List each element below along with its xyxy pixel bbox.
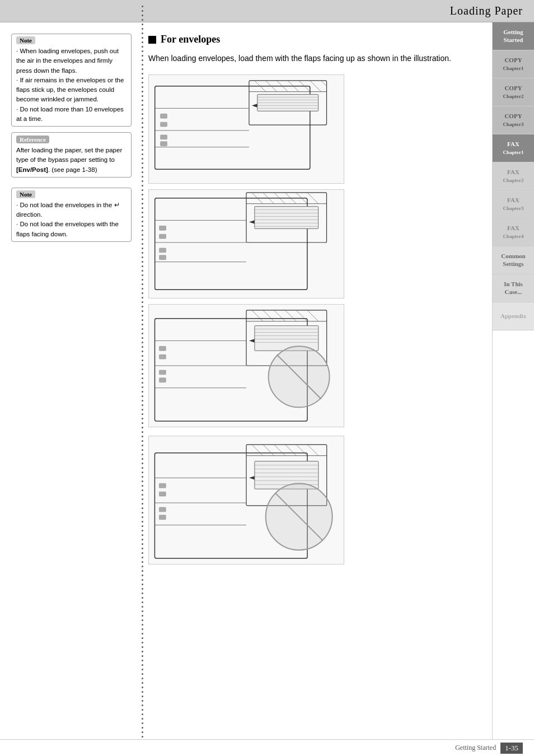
illustration-2-svg: [149, 190, 344, 298]
note-label-1: Note: [16, 36, 35, 44]
svg-line-57: [296, 310, 307, 321]
svg-line-81: [274, 445, 285, 456]
svg-line-80: [263, 445, 274, 456]
svg-line-58: [307, 310, 318, 321]
sidebar-tab-copy-ch2[interactable]: COPYChapter2: [493, 78, 534, 106]
reference-bold: [Env/Post]: [16, 166, 48, 173]
svg-line-79: [252, 445, 263, 456]
svg-line-82: [285, 445, 296, 456]
sidebar-tab-in-this-case[interactable]: In ThisCase...: [493, 274, 534, 302]
sidebar-tab-fax-ch4-label: FAXChapter4: [503, 225, 523, 239]
svg-rect-42: [160, 255, 166, 260]
svg-line-54: [263, 310, 274, 321]
note-label-2: Note: [16, 190, 35, 198]
sidebar-tab-fax-ch3-label: FAXChapter3: [503, 197, 523, 211]
note-text-2: · Do not load the envelopes in the ↵ dir…: [16, 200, 127, 239]
sidebar-tab-getting-started[interactable]: GettingStarted: [493, 22, 534, 50]
sidebar-tab-fax-ch1[interactable]: FAXChapter1: [493, 134, 534, 162]
svg-line-83: [296, 445, 307, 456]
svg-line-84: [307, 445, 318, 456]
note-item-1-1: · When loading envelopes, push out the a…: [16, 46, 127, 76]
reference-text: After loading the paper, set the paper t…: [16, 146, 127, 175]
note-text-1: · When loading envelopes, push out the a…: [16, 46, 127, 124]
reference-box: Reference After loading the paper, set t…: [11, 132, 132, 178]
illustration-4-svg: [149, 436, 344, 564]
svg-line-33: [307, 193, 318, 204]
svg-line-9: [321, 81, 327, 86]
reference-label: Reference: [16, 136, 49, 143]
illustrations: [148, 74, 484, 564]
sidebar-tab-fax-ch2[interactable]: FAXChapter2: [493, 162, 534, 190]
illustration-1-svg: [149, 75, 344, 183]
svg-rect-15: [161, 114, 167, 118]
main-layout: Note · When loading envelopes, push out …: [0, 22, 534, 745]
section-body: When loading envelopes, load them with t…: [148, 52, 484, 66]
sidebar-tab-appendix[interactable]: Appendix: [493, 302, 534, 330]
illustration-4: [148, 436, 344, 564]
svg-rect-93: [159, 515, 166, 520]
svg-line-53: [252, 310, 263, 321]
sidebar-tab-common-settings-label: CommonSettings: [501, 253, 525, 267]
svg-rect-68: [255, 325, 318, 351]
sidebar-tab-copy-ch3-label: COPYChapter3: [503, 113, 523, 127]
svg-line-56: [285, 310, 296, 321]
sidebar-tab-copy-ch1-label: COPYChapter1: [503, 57, 523, 71]
dot-divider: [139, 0, 146, 756]
sidebar-tab-copy-ch3[interactable]: COPYChapter3: [493, 106, 534, 134]
sidebar-tab-fax-ch2-label: FAXChapter2: [503, 169, 523, 183]
note-item-1-3: · Do not load more than 10 envelopes at …: [16, 105, 127, 124]
section-heading: For envelopes: [148, 34, 484, 45]
svg-rect-66: [159, 370, 166, 375]
svg-rect-41: [160, 248, 166, 253]
sidebar-tab-fax-ch1-label: FAXChapter1: [503, 141, 523, 155]
svg-rect-64: [159, 346, 166, 351]
illustration-3: [148, 304, 344, 427]
note-box-2: Note · Do not load the envelopes in the …: [11, 188, 132, 242]
svg-rect-16: [161, 122, 167, 127]
svg-rect-40: [160, 234, 166, 239]
right-sidebar: GettingStarted COPYChapter1 COPYChapter2…: [492, 22, 534, 745]
illustration-1: [148, 74, 344, 184]
svg-line-8: [310, 81, 321, 92]
svg-rect-17: [161, 135, 167, 139]
note-box-1: Note · When loading envelopes, push out …: [11, 34, 132, 127]
note-item-2-1: · Do not load the envelopes in the ↵ dir…: [16, 200, 127, 220]
heading-square-icon: [148, 36, 156, 44]
svg-rect-90: [159, 483, 166, 488]
page-footer: Getting Started 1-35: [0, 739, 534, 756]
sidebar-tab-common-settings[interactable]: CommonSettings: [493, 246, 534, 274]
page-title: Loading Paper: [450, 4, 523, 17]
svg-rect-18: [161, 142, 167, 146]
section-title: For envelopes: [161, 34, 220, 45]
illustration-2: [148, 189, 344, 298]
footer-page-num: 1-35: [500, 743, 523, 754]
left-content: Note · When loading envelopes, push out …: [0, 22, 140, 745]
sidebar-tab-in-this-case-label: In ThisCase...: [504, 281, 523, 295]
footer-label: Getting Started: [455, 744, 496, 752]
sidebar-tab-fax-ch3[interactable]: FAXChapter3: [493, 190, 534, 218]
page-header: Loading Paper: [0, 0, 534, 22]
svg-line-55: [274, 310, 285, 321]
svg-rect-39: [160, 226, 166, 230]
sidebar-tab-copy-ch2-label: COPYChapter2: [503, 85, 523, 99]
svg-rect-92: [159, 507, 166, 512]
svg-rect-91: [159, 492, 166, 496]
svg-rect-67: [159, 378, 166, 382]
sidebar-tab-fax-ch4[interactable]: FAXChapter4: [493, 218, 534, 246]
note-item-1-2: · If air remains in the envelopes or the…: [16, 76, 127, 105]
illustration-3-svg: [149, 305, 344, 427]
sidebar-tab-copy-ch1[interactable]: COPYChapter1: [493, 50, 534, 78]
sidebar-tab-appendix-label: Appendix: [500, 312, 526, 320]
note-item-2-2: · Do not load the envelopes with the fla…: [16, 220, 127, 239]
svg-rect-65: [159, 354, 166, 359]
sidebar-tab-getting-started-label: GettingStarted: [503, 29, 523, 43]
center-content: For envelopes When loading envelopes, lo…: [140, 22, 492, 745]
